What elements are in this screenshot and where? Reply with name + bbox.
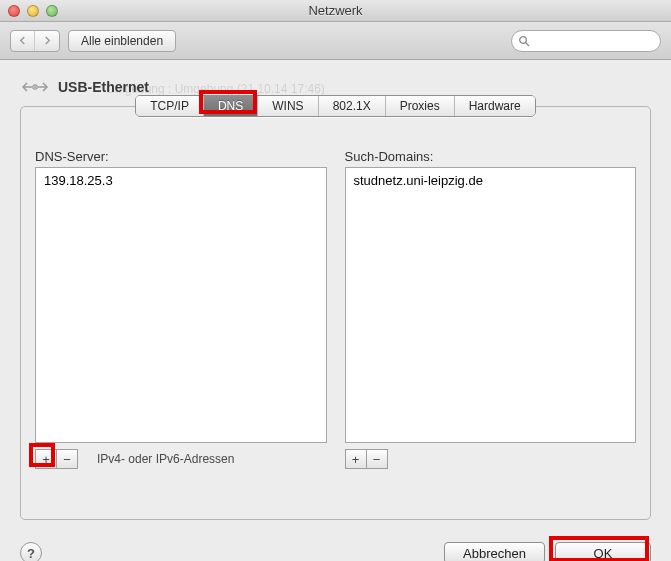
show-all-button[interactable]: Alle einblenden — [68, 30, 176, 52]
nav-forward-button[interactable] — [35, 31, 59, 51]
remove-search-domain-button[interactable]: − — [366, 449, 388, 469]
search-icon — [518, 35, 530, 47]
tab-8021x[interactable]: 802.1X — [319, 96, 386, 116]
footer: ? Abbrechen OK — [0, 532, 671, 561]
search-domains-list[interactable]: studnetz.uni-leipzig.de — [345, 167, 637, 443]
svg-line-1 — [526, 42, 529, 45]
chevron-right-icon — [43, 36, 52, 45]
cancel-label: Abbrechen — [463, 546, 526, 561]
list-item[interactable]: studnetz.uni-leipzig.de — [352, 172, 630, 189]
connection-name: USB-Ethernet — [58, 79, 149, 95]
add-search-domain-button[interactable]: + — [345, 449, 367, 469]
svg-point-3 — [34, 86, 36, 88]
tab-wins[interactable]: WINS — [258, 96, 318, 116]
tab-dns[interactable]: DNS — [204, 96, 258, 116]
remove-dns-server-button[interactable]: − — [56, 449, 78, 469]
tab-hardware[interactable]: Hardware — [455, 96, 535, 116]
settings-panel: TCP/IPDNSWINS802.1XProxiesHardware DNS-S… — [20, 106, 651, 520]
svg-point-0 — [520, 36, 527, 43]
tab-proxies[interactable]: Proxies — [386, 96, 455, 116]
nav-back-forward — [10, 30, 60, 52]
search-domains-column: Such-Domains: studnetz.uni-leipzig.de + … — [345, 149, 637, 469]
list-item[interactable]: 139.18.25.3 — [42, 172, 320, 189]
show-all-label: Alle einblenden — [81, 34, 163, 48]
ok-button[interactable]: OK — [555, 542, 651, 561]
add-dns-server-button[interactable]: + — [35, 449, 57, 469]
titlebar: Netzwerk — [0, 0, 671, 22]
window-title: Netzwerk — [0, 3, 671, 18]
dns-servers-column: DNS-Server: 139.18.25.3 + − IPv4- oder I… — [35, 149, 327, 469]
search-domains-label: Such-Domains: — [345, 149, 637, 164]
dns-server-label: DNS-Server: — [35, 149, 327, 164]
tabs: TCP/IPDNSWINS802.1XProxiesHardware — [135, 95, 535, 117]
ip-hint: IPv4- oder IPv6-Adressen — [97, 452, 234, 466]
ok-label: OK — [594, 546, 613, 561]
tab-tcpip[interactable]: TCP/IP — [136, 96, 204, 116]
content-area: USB-Ethernet Umgebung : Umgebung (21.10.… — [0, 60, 671, 532]
search-input[interactable] — [511, 30, 661, 52]
cancel-button[interactable]: Abbrechen — [444, 542, 545, 561]
nav-back-button[interactable] — [11, 31, 35, 51]
dns-server-list[interactable]: 139.18.25.3 — [35, 167, 327, 443]
help-button[interactable]: ? — [20, 542, 42, 561]
chevron-left-icon — [18, 36, 27, 45]
toolbar: Alle einblenden — [0, 22, 671, 60]
